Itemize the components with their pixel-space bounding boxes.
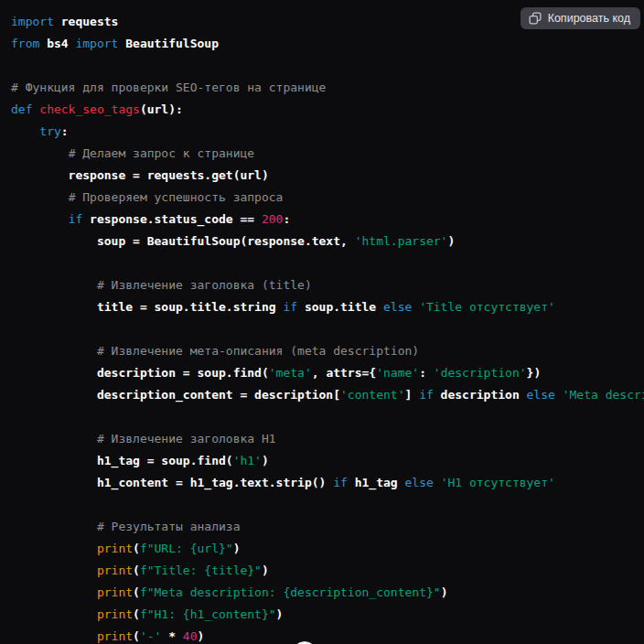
code-token: else: [404, 476, 433, 489]
code-token: }): [527, 366, 542, 380]
code-token: # Извлечение заголовка (title): [97, 278, 312, 292]
code-token: ): [262, 454, 269, 467]
code-token: h1_tag = soup.find(: [11, 454, 233, 467]
code-token: (url):: [140, 102, 183, 116]
code-token: 'meta': [269, 366, 312, 380]
code-token: 'Meta description отсутствует': [563, 388, 644, 402]
code-token: '-': [140, 629, 161, 643]
code-token: :: [283, 212, 290, 226]
code-token: if: [333, 476, 348, 489]
code-token: ): [441, 585, 448, 599]
code-token: from: [11, 37, 39, 50]
code-block-container: import requests from bs4 import Beautifu…: [0, 0, 644, 644]
code-token: ): [262, 564, 269, 577]
code-token: f"URL: {url}": [140, 542, 233, 555]
code-token: (: [133, 629, 140, 643]
code-token: # Делаем запрос к странице: [69, 146, 255, 160]
code-token: print: [97, 542, 133, 555]
code-token: [11, 146, 69, 160]
code-token: [11, 520, 97, 533]
code-token: ): [276, 607, 284, 621]
code-token: (: [133, 585, 140, 599]
code-token: # Проверяем успешность запроса: [69, 190, 284, 204]
code-token: # Извлечение заголовка H1: [97, 432, 276, 445]
code-token: else: [527, 388, 555, 402]
code-token: 40: [183, 629, 198, 643]
code-token: f"Meta description: {description_content…: [140, 585, 441, 599]
code-token: ): [198, 629, 205, 643]
copy-button-label: Копировать код: [548, 12, 630, 25]
code-token: f"Title: {title}": [140, 564, 262, 577]
code-token: 'description': [434, 366, 527, 380]
code-token: (: [133, 542, 140, 555]
code-token: f"H1: {h1_content}": [140, 607, 276, 621]
code-token: *: [161, 629, 182, 643]
code-token: [11, 432, 97, 445]
code-token: soup.title: [297, 300, 383, 314]
code-token: ]: [404, 388, 419, 402]
code-token: 'H1 отсутствует': [441, 476, 555, 489]
code-block: import requests from bs4 import Beautifu…: [0, 0, 644, 644]
code-token: , attrs={: [312, 366, 376, 380]
code-token: else: [383, 300, 412, 314]
code-token: print: [97, 585, 133, 599]
code-token: [11, 564, 97, 577]
code-token: # Результаты анализа: [97, 520, 241, 533]
code-token: print: [97, 564, 133, 577]
code-token: 'html.parser': [355, 234, 448, 248]
code-token: soup = BeautifulSoup(response.text,: [11, 234, 355, 248]
code-token: (: [133, 564, 140, 577]
code-token: check_seo_tags: [39, 102, 140, 116]
code-token: [11, 629, 97, 643]
code-token: (: [133, 607, 140, 621]
code-token: [11, 212, 69, 226]
code-token: 'h1': [233, 454, 262, 467]
code-token: h1_tag: [348, 476, 405, 489]
code-token: [11, 124, 39, 138]
code-token: [11, 542, 97, 555]
code-token: import: [11, 15, 54, 28]
code-token: if: [419, 388, 434, 402]
copy-code-button[interactable]: Копировать код: [521, 7, 640, 29]
code-token: 'content': [340, 388, 404, 402]
code-token: response.status_code ==: [82, 212, 262, 226]
code-token: h1_content = h1_tag.text.strip(): [11, 476, 333, 489]
copy-icon: [529, 12, 542, 25]
code-token: response = requests.get(url): [11, 168, 269, 182]
code-token: print: [97, 607, 133, 621]
code-token: if: [69, 212, 83, 226]
code-token: if: [283, 300, 297, 314]
code-token: ): [233, 542, 241, 555]
code-token: description_content = description[: [11, 388, 340, 402]
code-token: # Функция для проверки SEO-тегов на стра…: [11, 80, 326, 94]
code-token: import: [75, 37, 118, 50]
code-token: [434, 476, 441, 489]
code-token: 'Title отсутствует': [419, 300, 555, 314]
code-token: :: [61, 124, 69, 138]
code-token: 200: [262, 212, 283, 226]
code-token: bs4: [39, 37, 75, 50]
code-token: def: [11, 102, 32, 116]
code-token: ): [447, 234, 455, 248]
code-token: 'name': [376, 366, 419, 380]
code-token: [11, 585, 97, 599]
code-token: [11, 278, 97, 292]
code-token: title = soup.title.string: [11, 300, 283, 314]
code-token: description = soup.find(: [11, 366, 269, 380]
code-token: print: [97, 629, 133, 643]
code-token: # Извлечение мета-описания (meta descrip…: [97, 344, 419, 358]
code-token: [11, 190, 69, 204]
code-token: [555, 388, 563, 402]
code-token: description: [434, 388, 527, 402]
code-token: :: [419, 366, 434, 380]
code-token: requests: [54, 15, 118, 28]
code-token: BeautifulSoup: [118, 37, 219, 50]
code-token: [11, 344, 97, 358]
code-token: [11, 607, 97, 621]
code-token: try: [39, 124, 60, 138]
code-token: [412, 300, 419, 314]
